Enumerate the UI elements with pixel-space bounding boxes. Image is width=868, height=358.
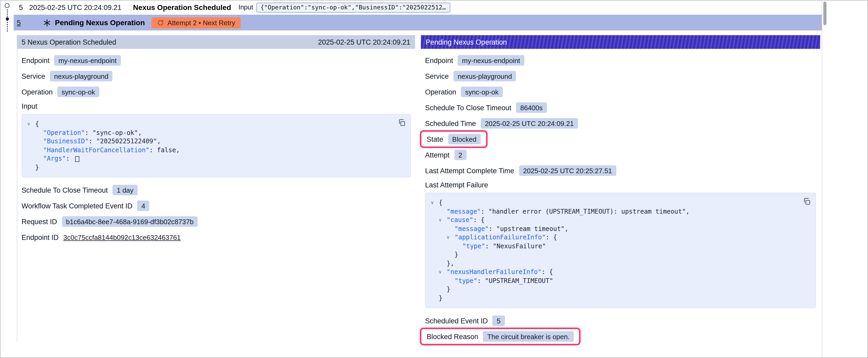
field-value-chip: my-nexus-endpoint [458,55,524,66]
field-blocked-reason: Blocked Reason The circuit breaker is op… [425,331,816,342]
collapse-chevron-icon[interactable]: ∨ [439,218,446,223]
blocked-reason-chip: The circuit breaker is open. [483,331,574,342]
field-operation: Operation sync-op-ok [425,87,816,97]
json-code-line: "HandlerWaitForCancellation": false, [27,146,393,154]
scheduled-panel-timestamp: 2025-02-25 UTC 20:24:09.21 [318,38,410,46]
event-id[interactable]: 5 [19,3,23,11]
json-token: false [157,147,176,154]
field-label: Scheduled Event ID [425,317,488,325]
field-service: Service nexus-playground [22,71,411,82]
json-code-line: } [431,294,798,302]
field-value-chip: my-nexus-endpoint [54,55,121,66]
retry-badge: Attempt 2 • Next Retry [151,17,241,28]
json-code-line: ∨"applicationFailureInfo": { [431,233,798,242]
field-label: State [427,135,443,143]
scheduled-event-panel: 5 Nexus Operation Scheduled 2025-02-25 U… [17,35,415,347]
json-token: , [686,208,689,215]
field-attempt: Attempt 2 [425,150,816,160]
json-token: "message" [455,225,489,232]
event-row-scheduled[interactable]: 5 2025-02-25 UTC 20:24:09.21 Nexus Opera… [14,1,822,14]
event-timestamp: 2025-02-25 UTC 20:24:09.21 [29,3,121,11]
json-token: : { [546,234,557,241]
json-code-line: } [431,250,798,259]
field-schedule-to-close: Schedule To Close Timeout 86400s [425,102,816,113]
refresh-icon [157,19,164,26]
collapse-chevron-icon[interactable]: ∨ [27,122,35,127]
content-divider [822,1,822,357]
json-token: }, [446,260,454,267]
field-label: Scheduled Time [425,120,476,127]
field-value-chip: 2025-02-25 UTC 20:24:09.21 [481,118,578,129]
state-value-chip: Blocked [448,134,481,144]
field-label: Endpoint ID [22,233,59,241]
json-token: "HandlerWaitForCancellation" [43,147,150,154]
field-service: Service nexus-playground [425,71,816,82]
json-token: "handler error (UPSTREAM_TIMEOUT): upstr… [488,208,686,215]
field-label: Endpoint [22,57,50,64]
json-token: "cause" [446,217,473,224]
copy-button[interactable] [803,197,811,205]
input-label: Input [239,4,253,11]
scheduled-panel-title: 5 Nexus Operation Scheduled [22,38,116,46]
json-token: "NexusFailure" [493,242,546,250]
json-code-line: "Args": [27,154,393,163]
input-preview-chip[interactable]: {"Operation":"sync-op-ok","BusinessID":"… [256,2,450,12]
field-value-chip: 2025-02-25 UTC 20:25:27.51 [519,165,616,176]
json-token: , [564,225,568,232]
field-scheduled-event-id: Scheduled Event ID 5 [425,316,816,326]
pending-panel-body: Endpoint my-nexus-endpoint Service nexus… [421,49,820,342]
endpoint-id-link[interactable]: 3c0c75ccfa8144b092c13ce632463761 [63,233,181,241]
field-label: Service [22,72,45,80]
collapse-chevron-icon[interactable]: ∨ [446,235,455,240]
json-token: : [489,225,496,232]
field-label: Operation [425,88,456,96]
json-token: : { [473,217,485,224]
json-token: { [35,121,39,128]
json-token: : [85,129,92,136]
json-code-line: ∨"cause": { [431,216,798,224]
scheduled-panel-body: Endpoint my-nexus-endpoint Service nexus… [17,49,415,342]
json-token: } [439,294,442,302]
json-code-line: "Operation": "sync-op-ok", [27,128,393,137]
field-label: Workflow Task Completed Event ID [22,202,132,210]
collapse-chevron-icon[interactable]: ∨ [431,200,439,205]
collapse-chevron-icon[interactable]: ∨ [439,270,446,274]
pending-operation-panel: Pending Nexus Operation Endpoint my-nexu… [421,35,820,347]
event-timeline [4,2,12,33]
json-code-line: "BusinessID": "20250225122409", [27,137,393,146]
field-endpoint-id: Endpoint ID 3c0c75ccfa8144b092c13ce63246… [22,232,411,242]
json-token: } [446,286,450,293]
field-label: Blocked Reason [427,332,478,340]
annotation-highlight-state: State Blocked [420,130,488,148]
field-value-chip: b1c6a4bc-8ee7-468a-9169-df3b02c8737b [62,216,198,227]
json-token: : [477,277,485,285]
json-token: , [138,129,142,136]
event-id-link[interactable]: 5 [17,19,21,27]
annotation-highlight-blocked-reason: Blocked Reason The circuit breaker is op… [420,328,581,346]
failure-section-label: Last Attempt Failure [425,181,816,191]
pending-asterisk-icon [43,19,51,27]
field-label: Operation [22,88,53,96]
field-value-chip: 2 [454,150,466,160]
json-code-line: } [27,163,393,172]
timeline-node-icon [5,3,9,8]
field-label: Last Attempt Complete Time [425,167,514,174]
field-wft-completed-event-id: Workflow Task Completed Event ID 4 [22,200,411,211]
pending-panel-title: Pending Nexus Operation [426,38,507,46]
json-token: "message" [446,208,481,215]
json-token: , [176,147,180,154]
field-label: Schedule To Close Timeout [22,186,108,194]
vertical-scrollbar-thumb[interactable] [823,2,827,25]
json-code-line: ∨"nexusHandlerFailureInfo": { [431,268,798,276]
field-state: State Blocked [425,134,816,144]
json-token: "upstream timeout" [496,225,564,232]
field-endpoint: Endpoint my-nexus-endpoint [22,55,411,66]
event-row-pending-selected[interactable]: 5 Pending Nexus Operation Attempt 2 • Ne… [14,15,822,30]
field-request-id: Request ID b1c6a4bc-8ee7-468a-9169-df3b0… [22,216,411,227]
json-token: "type" [462,242,485,250]
field-label: Service [425,72,449,80]
copy-button[interactable] [398,119,406,127]
json-token: "applicationFailureInfo" [455,234,546,241]
json-token: "UPSTREAM_TIMEOUT" [485,277,553,285]
field-value-chip: nexus-playground [454,71,516,82]
